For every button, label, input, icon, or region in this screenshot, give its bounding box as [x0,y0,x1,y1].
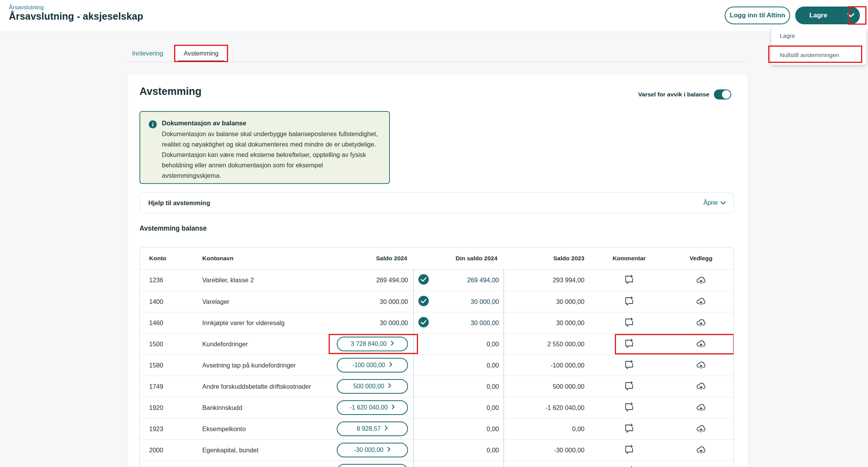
app-window: Årsavslutning Årsavslutning - aksjeselsk… [0,0,868,467]
tab-innlevering[interactable]: Innlevering [125,45,170,62]
cloud-upload-icon [695,274,707,287]
save-dropdown-menu: Lagre Nullstill avstemmingen [771,26,866,65]
add-comment-button[interactable] [623,423,635,435]
cloud-upload-icon [695,380,707,393]
chevron-right-icon [389,362,393,369]
add-comment-button[interactable] [623,338,635,351]
chevron-right-icon [384,425,388,432]
saldo-pill-button[interactable]: 500 000,00 [337,379,408,394]
cell-saldo-2024: -1 620 040,00 -1 620 040,00 [325,397,413,418]
section-title: Avstemming balanse [139,224,207,233]
table-row: 2000 Egenkapital, bundet -30 000,00 -30 … [140,439,734,460]
cell-kontonavn [190,461,325,467]
comment-add-icon [623,274,635,287]
saldo-value: 269 494,00 [376,276,408,284]
comment-add-icon [623,465,635,467]
comment-add-icon [623,317,635,329]
cell-kontonavn: Varebiler, klasse 2 [190,270,325,291]
info-content: Dokumentasjon av balanse Dokumentasjon a… [162,120,380,183]
cell-kontonavn: Kundefordringer [190,334,325,354]
varsel-toggle[interactable] [714,89,731,99]
saldo-pill-button[interactable] [337,464,408,467]
open-accordion-link[interactable]: Åpne [703,199,726,206]
cell-saldo-2024: -100 000,00 -100 000,00 [325,355,413,376]
upload-attachment-button[interactable] [695,465,707,467]
toggle-knob [722,90,730,99]
save-button[interactable]: Lagre [795,7,841,24]
table-header: Konto Kontonavn Saldo 2024 Din saldo 202… [140,248,734,270]
breadcrumb[interactable]: Årsavslutning [9,4,44,10]
cell-saldo-2023: 293 994,00 [504,270,591,291]
add-comment-button[interactable] [623,295,635,308]
cell-kommentar [591,312,668,333]
cell-din-saldo: 0,00 [413,418,504,439]
pill-value: 500 000,00 [353,383,384,390]
add-comment-button[interactable] [623,359,635,372]
open-label: Åpne [703,199,718,206]
add-comment-button[interactable] [623,380,635,393]
add-comment-button[interactable] [623,465,635,467]
upload-attachment-button[interactable] [695,274,707,287]
cloud-upload-icon [695,422,707,435]
pill-value: 8 928,57 [357,425,381,432]
upload-attachment-button[interactable] [695,359,707,372]
page-header: Årsavslutning Årsavslutning - aksjeselsk… [0,0,868,32]
cell-din-saldo: 0,00 [413,355,504,376]
table-row: 1500 Kundefordringer 3 728 840,00 3 728 … [140,333,734,354]
cell-saldo-2024: 269 494,00 269 494,00 [325,270,413,291]
din-saldo-value: 269 494,00 [467,276,499,284]
upload-attachment-button[interactable] [695,401,707,414]
cell-vedlegg [668,397,734,418]
cell-vedlegg [668,270,734,291]
save-menu-toggle[interactable] [841,7,860,24]
saldo-pill-button[interactable]: -100 000,00 [337,358,408,373]
comment-add-icon [623,423,635,435]
cell-saldo-2023 [504,461,591,467]
saldo-pill-button[interactable]: 3 728 840,00 [337,337,408,351]
col-header-din-saldo: Din saldo 2024 [413,248,504,269]
upload-attachment-button[interactable] [695,337,707,351]
cell-kommentar [591,270,668,291]
col-header-saldo-2023: Saldo 2023 [504,248,591,269]
menu-item-lagre[interactable]: Lagre [771,26,866,46]
matched-check-icon [418,296,429,308]
upload-attachment-button[interactable] [695,316,707,329]
menu-item-nullstill[interactable]: Nullstill avstemmingen [771,46,866,65]
page-title: Årsavslutning - aksjeselskap [9,11,143,22]
login-altinn-button[interactable]: Logg inn til Altinn [725,7,790,24]
cell-saldo-2023: 30 000,00 [504,291,591,312]
table-row: 1920 Bankinnskudd -1 620 040,00 -1 620 0… [140,397,734,418]
saldo-pill-button[interactable]: -30 000,00 [337,443,408,457]
saldo-value: 30 000,00 [380,319,408,327]
din-saldo-value: 0,00 [487,425,499,433]
comment-add-icon [623,338,635,351]
saldo-pill-button[interactable]: 8 928,57 [337,421,408,436]
tab-avstemming[interactable]: Avstemming [175,45,228,62]
save-split-button: Lagre [795,7,860,24]
col-header-vedlegg: Vedlegg [668,248,734,269]
cell-saldo-2024: 30 000,00 30 000,00 [325,312,413,333]
table-row [140,460,734,467]
upload-attachment-button[interactable] [695,380,707,393]
din-saldo-value: 0,00 [487,404,499,411]
table-row: 1749 Andre forskuddsbetalte driftskostna… [140,376,734,397]
cell-kommentar [591,461,668,467]
pill-value: 3 728 840,00 [351,341,386,347]
cell-saldo-2024: 8 928,57 8 928,57 [325,418,413,439]
cell-kontonavn: Varelager [190,291,325,312]
cell-konto: 1923 [140,418,190,439]
help-accordion[interactable]: Hjelp til avstemming Åpne [139,192,734,213]
upload-attachment-button[interactable] [695,443,707,457]
upload-attachment-button[interactable] [695,422,707,435]
add-comment-button[interactable] [623,401,635,414]
cell-kommentar [591,291,668,312]
cloud-upload-icon [695,316,707,329]
add-comment-button[interactable] [623,317,635,329]
add-comment-button[interactable] [623,274,635,287]
cell-din-saldo: 269 494,00 [413,270,504,291]
saldo-pill-button[interactable]: -1 620 040,00 [337,400,408,415]
add-comment-button[interactable] [623,444,635,457]
tab-divider [125,62,748,62]
cloud-upload-icon [695,359,707,372]
upload-attachment-button[interactable] [695,295,707,308]
